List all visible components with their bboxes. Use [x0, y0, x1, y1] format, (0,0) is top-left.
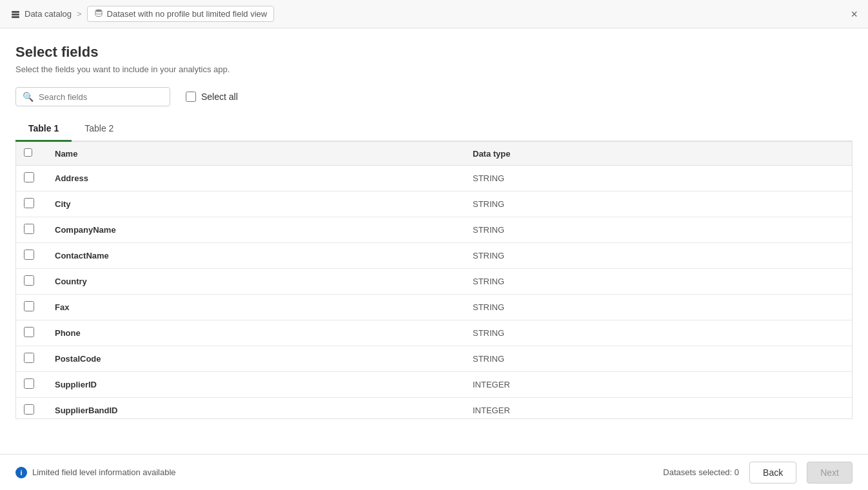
- tabs: Table 1 Table 2: [15, 117, 853, 142]
- col-name-header: Name: [47, 142, 465, 166]
- footer: i Limited field level information availa…: [0, 454, 868, 490]
- main-content: Select fields Select the fields you want…: [0, 28, 868, 419]
- row-checkbox-cell[interactable]: [16, 295, 47, 320]
- table-row: Country STRING: [16, 269, 852, 295]
- page-title: Select fields: [15, 44, 853, 61]
- table-row: Fax STRING: [16, 295, 852, 320]
- next-button[interactable]: Next: [807, 462, 853, 484]
- row-checkbox-cell[interactable]: [16, 346, 47, 372]
- top-bar: Data catalog > Dataset with no profile b…: [0, 0, 868, 28]
- row-checkbox-cell[interactable]: [16, 398, 47, 420]
- row-field-name: Fax: [47, 295, 465, 320]
- row-field-name: ContactName: [47, 243, 465, 269]
- row-checkbox-cell[interactable]: [16, 243, 47, 269]
- breadcrumb-home[interactable]: Data catalog: [10, 9, 72, 19]
- row-data-type: STRING: [465, 346, 852, 372]
- row-checkbox-cell[interactable]: [16, 320, 47, 346]
- field-table: Name Data type Address STRING City STRIN…: [15, 142, 853, 419]
- svg-rect-1: [12, 14, 19, 15]
- breadcrumb: Data catalog > Dataset with no profile b…: [10, 6, 274, 22]
- row-checkbox[interactable]: [24, 250, 34, 260]
- row-field-name: City: [47, 191, 465, 217]
- search-icon: 🔍: [23, 92, 34, 102]
- info-icon: i: [15, 467, 27, 478]
- table-row: PostalCode STRING: [16, 346, 852, 372]
- table-row: CompanyName STRING: [16, 217, 852, 243]
- row-field-name: PostalCode: [47, 346, 465, 372]
- breadcrumb-home-label: Data catalog: [25, 9, 72, 19]
- row-checkbox[interactable]: [24, 378, 34, 389]
- table-row: Phone STRING: [16, 320, 852, 346]
- back-button[interactable]: Back: [749, 462, 796, 484]
- row-field-name: SupplierID: [47, 372, 465, 398]
- row-checkbox-cell[interactable]: [16, 372, 47, 398]
- search-input[interactable]: [39, 92, 163, 102]
- row-data-type: STRING: [465, 269, 852, 295]
- breadcrumb-current: Dataset with no profile but limited fiel…: [87, 6, 275, 22]
- close-button[interactable]: ×: [851, 8, 858, 20]
- select-all-checkbox[interactable]: [186, 92, 196, 102]
- header-checkbox[interactable]: [24, 148, 32, 157]
- table-row: City STRING: [16, 191, 852, 217]
- col-checkbox-header: [16, 142, 47, 166]
- table-row: Address STRING: [16, 166, 852, 191]
- svg-rect-2: [12, 16, 19, 18]
- row-field-name: Address: [47, 166, 465, 191]
- row-field-name: Country: [47, 269, 465, 295]
- page-subtitle: Select the fields you want to include in…: [15, 64, 853, 74]
- footer-info-text: Limited field level information availabl…: [32, 467, 176, 477]
- svg-rect-0: [12, 11, 19, 13]
- row-field-name: SupplierBandID: [47, 398, 465, 420]
- row-checkbox[interactable]: [24, 327, 34, 337]
- row-data-type: STRING: [465, 243, 852, 269]
- row-data-type: INTEGER: [465, 372, 852, 398]
- table-row: SupplierID INTEGER: [16, 372, 852, 398]
- row-data-type: STRING: [465, 191, 852, 217]
- footer-info: i Limited field level information availa…: [15, 467, 176, 478]
- table-row: ContactName STRING: [16, 243, 852, 269]
- row-data-type: STRING: [465, 295, 852, 320]
- table-header-row: Name Data type: [16, 142, 852, 166]
- row-checkbox[interactable]: [24, 353, 34, 363]
- footer-actions: Datasets selected: 0 Back Next: [663, 462, 853, 484]
- datasets-selected: Datasets selected: 0: [663, 467, 739, 477]
- search-box[interactable]: 🔍: [15, 87, 170, 106]
- row-checkbox[interactable]: [24, 275, 34, 286]
- row-data-type: STRING: [465, 166, 852, 191]
- data-catalog-icon: [10, 9, 21, 19]
- row-checkbox[interactable]: [24, 404, 34, 415]
- dataset-icon: [94, 8, 103, 19]
- row-field-name: CompanyName: [47, 217, 465, 243]
- select-all-label[interactable]: Select all: [186, 92, 238, 102]
- row-field-name: Phone: [47, 320, 465, 346]
- row-checkbox[interactable]: [24, 172, 34, 182]
- tab-table2[interactable]: Table 2: [72, 117, 126, 142]
- row-checkbox[interactable]: [24, 301, 34, 311]
- row-checkbox-cell[interactable]: [16, 269, 47, 295]
- table-row: SupplierBandID INTEGER: [16, 398, 852, 420]
- select-all-text: Select all: [201, 92, 238, 102]
- row-checkbox-cell[interactable]: [16, 166, 47, 191]
- tab-table1[interactable]: Table 1: [15, 117, 72, 142]
- row-checkbox-cell[interactable]: [16, 217, 47, 243]
- row-checkbox[interactable]: [24, 198, 34, 208]
- controls-row: 🔍 Select all: [15, 87, 853, 106]
- breadcrumb-current-label: Dataset with no profile but limited fiel…: [107, 9, 268, 19]
- svg-point-3: [95, 10, 102, 12]
- row-data-type: STRING: [465, 320, 852, 346]
- col-datatype-header: Data type: [465, 142, 852, 166]
- row-data-type: INTEGER: [465, 398, 852, 420]
- row-data-type: STRING: [465, 217, 852, 243]
- row-checkbox-cell[interactable]: [16, 191, 47, 217]
- row-checkbox[interactable]: [24, 224, 34, 234]
- breadcrumb-separator: >: [77, 9, 82, 19]
